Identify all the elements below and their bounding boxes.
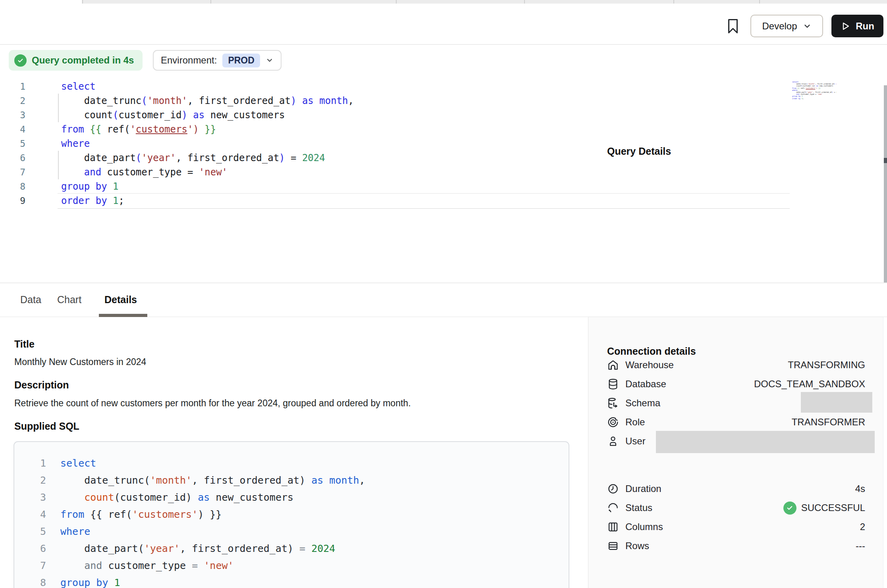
code-line: 5where — [28, 523, 569, 540]
code-line[interactable]: 6 date_part('year', first_ordered_at) = … — [0, 151, 790, 165]
row-value: DOCS_TEAM_SANDBOX — [754, 379, 865, 390]
code-line[interactable]: 9order by 1; — [0, 194, 790, 208]
user-icon — [607, 435, 619, 447]
description-value: Retrieve the count of new customers per … — [14, 398, 570, 409]
row-label: Role — [625, 417, 645, 428]
line-number: 5 — [0, 136, 25, 151]
row-value: TRANSFORMER — [792, 417, 865, 428]
row-label: Duration — [625, 483, 661, 494]
line-number: 2 — [28, 472, 46, 489]
code-line: 3 count(customer_id) as new_customers — [28, 489, 569, 506]
code-line: 2 date_trunc('month', first_ordered_at) … — [28, 472, 569, 489]
editor-scrollbar[interactable] — [884, 85, 887, 286]
line-number: 6 — [28, 540, 46, 557]
code-line[interactable]: 7 and customer_type = 'new' — [0, 165, 790, 179]
line-number: 5 — [28, 523, 46, 540]
run-label: Run — [856, 21, 874, 32]
play-icon — [841, 21, 850, 31]
schema-value-redacted — [801, 392, 872, 413]
row-value: TRANSFORMING — [788, 359, 865, 371]
row-label: Status — [625, 502, 652, 513]
details-side-panel: Connection details Warehouse TRANSFORMIN… — [588, 317, 887, 588]
line-number: 3 — [28, 489, 46, 506]
line-number: 2 — [0, 94, 25, 108]
code-line[interactable]: 4from {{ ref('customers') }} — [0, 122, 790, 136]
connection-row-role: Role TRANSFORMER — [607, 413, 865, 432]
line-number: 1 — [0, 79, 25, 94]
query-row-status: Status SUCCESSFUL — [607, 498, 865, 517]
line-number: 9 — [0, 194, 25, 208]
row-label: Rows — [625, 540, 649, 551]
chevron-down-icon — [803, 22, 812, 31]
code-line: 7 and customer_type = 'new' — [28, 557, 569, 574]
tab-separator — [524, 0, 525, 4]
code-line[interactable]: 5where — [0, 136, 790, 151]
line-number: 4 — [28, 506, 46, 523]
row-label: Schema — [625, 398, 660, 409]
tab-separator — [673, 0, 674, 4]
line-number: 3 — [0, 108, 25, 122]
row-label: Warehouse — [625, 359, 674, 371]
active-tab-underline — [99, 314, 147, 317]
run-button[interactable]: Run — [831, 15, 883, 37]
supplied-sql-heading: Supplied SQL — [14, 421, 79, 432]
code-line: 9order by 1; — [792, 98, 837, 100]
query-details-rows: Duration 4s Status SUCCESSFUL Columns — [607, 479, 865, 555]
line-number: 7 — [0, 165, 25, 179]
develop-label: Develop — [762, 21, 797, 32]
code-line: 4from {{ ref('customers') }} — [28, 506, 569, 523]
browser-tab-strip — [0, 0, 887, 4]
right-panel-scroll-gutter — [883, 317, 887, 588]
bookmark-icon[interactable] — [726, 18, 740, 35]
role-icon — [607, 416, 619, 428]
warehouse-icon — [607, 359, 619, 371]
supplied-sql-code-block: 1select2 date_trunc('month', first_order… — [13, 441, 569, 588]
app-window: { "header": { "develop_label": "Develop"… — [0, 0, 887, 588]
tab-details[interactable]: Details — [104, 294, 137, 306]
environment-value-badge: PROD — [222, 54, 260, 67]
environment-selector[interactable]: Environment: PROD — [153, 50, 282, 71]
status-value: SUCCESSFUL — [801, 502, 865, 513]
database-icon — [607, 378, 619, 390]
code-line[interactable]: 3 count(customer_id) as new_customers — [0, 108, 790, 122]
line-number: 1 — [28, 455, 46, 472]
code-line[interactable]: 1select — [0, 79, 790, 94]
tab-separator — [759, 0, 760, 4]
row-value: --- — [856, 540, 865, 551]
sql-editor[interactable]: 1select2 date_trunc('month', first_order… — [0, 78, 790, 284]
user-value-redacted — [656, 431, 875, 453]
chevron-down-icon — [266, 56, 274, 64]
code-line[interactable]: 2 date_trunc('month', first_ordered_at) … — [0, 94, 790, 108]
editor-minimap[interactable]: 1select2 date_trunc('month', first_order… — [792, 81, 837, 112]
code-line: 1select — [28, 455, 569, 472]
develop-menu-button[interactable]: Develop — [750, 15, 823, 37]
scrollbar-thumb[interactable] — [884, 158, 887, 163]
row-label: User — [625, 436, 646, 447]
title-heading: Title — [14, 338, 35, 350]
query-row-rows: Rows --- — [607, 536, 865, 555]
line-number: 7 — [28, 557, 46, 574]
tab-strip-active-segment — [0, 0, 82, 4]
tab-separator — [210, 0, 211, 4]
rows-icon — [607, 540, 619, 552]
line-number: 8 — [28, 574, 46, 588]
check-icon — [14, 54, 27, 67]
status-icon — [607, 502, 619, 514]
query-status-badge: Query completed in 4s — [9, 50, 143, 71]
row-label: Columns — [625, 521, 663, 532]
tab-separator — [82, 0, 83, 4]
success-check-icon — [783, 502, 796, 515]
line-number: 6 — [0, 151, 25, 165]
query-details-heading: Query Details — [607, 146, 671, 157]
tab-chart[interactable]: Chart — [57, 294, 81, 306]
toolbar: Develop Run — [0, 4, 887, 45]
connection-row-database: Database DOCS_TEAM_SANDBOX — [607, 375, 865, 394]
query-row-columns: Columns 2 — [607, 517, 865, 536]
tab-data[interactable]: Data — [20, 294, 41, 306]
row-value: 2 — [860, 521, 865, 532]
query-status-text: Query completed in 4s — [32, 55, 134, 66]
results-tab-bar: Data Chart Details — [0, 282, 887, 317]
schema-icon — [607, 397, 619, 409]
row-value: 4s — [855, 483, 865, 494]
code-line[interactable]: 8group by 1 — [0, 179, 790, 194]
